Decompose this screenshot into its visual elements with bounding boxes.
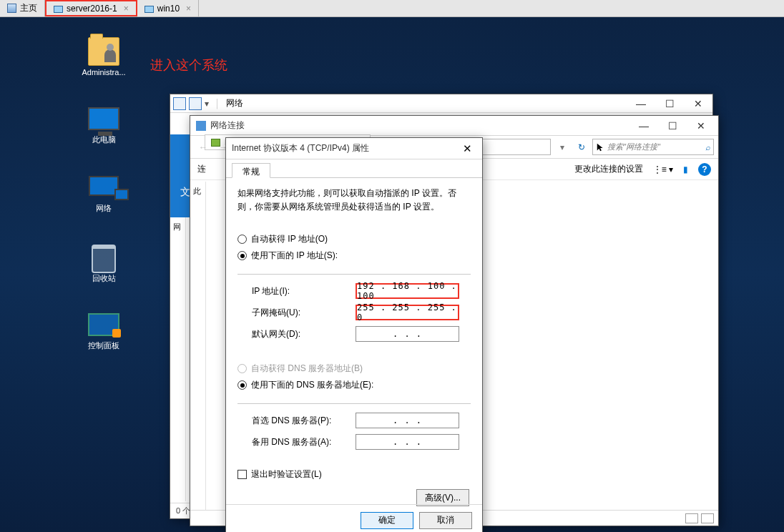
search-icon: ⌕ [705, 143, 710, 152]
input-ip-address[interactable]: 192 . 168 . 100 . 100 [356, 283, 459, 299]
label-ip: IP 地址(I): [252, 285, 356, 297]
tab-win10[interactable]: win10 × [137, 0, 199, 16]
qat-button[interactable] [189, 97, 202, 110]
window-icon [196, 121, 206, 131]
icon-label: 此电脑 [79, 134, 129, 145]
monitor-icon [54, 6, 63, 13]
tab-home[interactable]: 主页 [0, 0, 45, 16]
preview-pane-button[interactable]: ▮ [683, 164, 688, 174]
label-dns1: 首选 DNS 服务器(P): [252, 415, 356, 427]
refresh-button[interactable]: ↻ [574, 139, 589, 155]
desktop-icon-network[interactable]: 网络 [79, 176, 129, 214]
body-stub: 此 [190, 182, 206, 510]
cursor-icon [596, 142, 606, 152]
input-gateway[interactable]: . . . [356, 326, 459, 342]
search-input[interactable]: 搜索"网络连接" ⌕ [592, 139, 714, 155]
tab-strip: 常规 [226, 159, 482, 178]
ok-button[interactable]: 确定 [361, 512, 413, 529]
radio-auto-dns: 自动获得 DNS 服务器地址(B) [237, 360, 471, 377]
label-subnet: 子网掩码(U): [252, 307, 356, 319]
close-button[interactable]: ✕ [684, 95, 712, 112]
input-dns-primary[interactable]: . . . [356, 413, 459, 428]
icon-label: 回收站 [79, 273, 129, 284]
desktop-icon-administrator[interactable]: Administra... [79, 37, 129, 77]
radio-label: 使用下面的 DNS 服务器地址(E): [251, 379, 373, 391]
home-icon [7, 4, 16, 13]
icon-label: Administra... [79, 68, 129, 77]
input-dns-alt[interactable]: . . . [356, 434, 459, 450]
checkbox-validate[interactable] [237, 470, 247, 479]
tab-home-label: 主页 [20, 2, 37, 14]
back-button[interactable]: ← [195, 139, 212, 156]
desktop[interactable]: Administra... 此电脑 网络 回收站 控制面板 进入这个系统 设置I… [0, 17, 784, 532]
nav-pane-stub: 网 [170, 217, 186, 501]
input-subnet-mask[interactable]: 255 . 255 . 255 . 0 [356, 305, 459, 320]
cmd-stub: 连 [197, 163, 206, 175]
title-bar: 网络连接 — ☐ ✕ [190, 116, 718, 136]
desktop-icon-recycle[interactable]: 回收站 [79, 245, 129, 284]
radio-use-ip[interactable]: 使用下面的 IP 地址(S): [237, 247, 471, 264]
tab-win10-label: win10 [157, 4, 180, 14]
radio-icon [237, 380, 247, 390]
ribbon-file-tab[interactable]: 文 [170, 134, 192, 217]
radio-use-dns[interactable]: 使用下面的 DNS 服务器地址(E): [237, 377, 471, 393]
tab-general[interactable]: 常规 [232, 163, 270, 178]
vm-tab-bar: 主页 server2016-1 × win10 × [0, 0, 784, 17]
minimize-button[interactable]: — [629, 117, 658, 134]
radio-label: 使用下面的 IP 地址(S): [251, 250, 338, 262]
checkbox-label: 退出时验证设置(L) [251, 468, 322, 481]
network-icon [89, 176, 119, 196]
icon-label: 控制面板 [79, 340, 129, 351]
radio-auto-ip[interactable]: 自动获得 IP 地址(O) [237, 231, 471, 247]
tab-server-label: server2016-1 [67, 4, 117, 14]
description-text: 如果网络支持此功能，则可以获取自动指派的 IP 设置。否则，你需要从网络系统管理… [237, 187, 471, 214]
history-chevron-icon[interactable]: ▾ [554, 139, 571, 156]
desktop-icon-thispc[interactable]: 此电脑 [79, 107, 129, 145]
icon-label: 网络 [79, 203, 129, 214]
maximize-button[interactable]: ☐ [655, 95, 684, 112]
dialog-body: 如果网络支持此功能，则可以获取自动指派的 IP 设置。否则，你需要从网络系统管理… [226, 178, 482, 518]
maximize-button[interactable]: ☐ [658, 117, 687, 134]
close-icon[interactable]: × [186, 4, 191, 14]
qat-button[interactable] [173, 97, 186, 110]
quick-access-toolbar: ▾ │ 网络 — ☐ ✕ [170, 94, 712, 113]
close-button[interactable]: ✕ [687, 117, 715, 134]
dialog-footer: 确定 取消 [226, 504, 482, 532]
minimize-button[interactable]: — [627, 95, 655, 112]
monitor-icon [88, 107, 119, 130]
title-bar[interactable]: Internet 协议版本 4 (TCP/IPv4) 属性 ✕ [226, 138, 482, 159]
window-controls: — ☐ ✕ [629, 117, 715, 134]
radio-icon [237, 364, 247, 373]
label-dns2: 备用 DNS 服务器(A): [252, 436, 356, 448]
close-icon[interactable]: × [124, 4, 129, 14]
view-button[interactable] [701, 513, 714, 523]
view-dropdown[interactable]: ⋮≡ ▾ [653, 164, 673, 174]
help-button[interactable]: ? [698, 163, 711, 176]
window-title: 网络 [226, 97, 243, 109]
cancel-button[interactable]: 取消 [419, 512, 472, 529]
desktop-icon-controlpanel[interactable]: 控制面板 [79, 313, 129, 351]
window-controls: — ☐ ✕ [627, 95, 712, 112]
dialog-ipv4-properties[interactable]: Internet 协议版本 4 (TCP/IPv4) 属性 ✕ 常规 如果网络支… [225, 137, 483, 532]
radio-icon [237, 235, 247, 244]
control-panel-icon [88, 313, 119, 336]
label-gateway: 默认网关(D): [252, 328, 356, 340]
radio-label: 自动获得 DNS 服务器地址(B) [251, 363, 363, 375]
view-button[interactable] [685, 513, 698, 523]
recycle-bin-icon [92, 245, 116, 273]
radio-label: 自动获得 IP 地址(O) [251, 233, 328, 245]
monitor-icon [144, 6, 154, 13]
cmd-change-settings[interactable]: 更改此连接的设置 [574, 163, 643, 175]
search-placeholder: 搜索"网络连接" [607, 142, 660, 152]
close-button[interactable]: ✕ [455, 141, 479, 157]
user-folder-icon [88, 37, 119, 66]
tab-server2016[interactable]: server2016-1 × [45, 0, 137, 16]
dialog-title: Internet 协议版本 4 (TCP/IPv4) 属性 [232, 142, 455, 154]
window-title: 网络连接 [210, 119, 629, 132]
annotation-enter-system: 进入这个系统 [150, 56, 227, 74]
radio-icon [237, 251, 247, 260]
